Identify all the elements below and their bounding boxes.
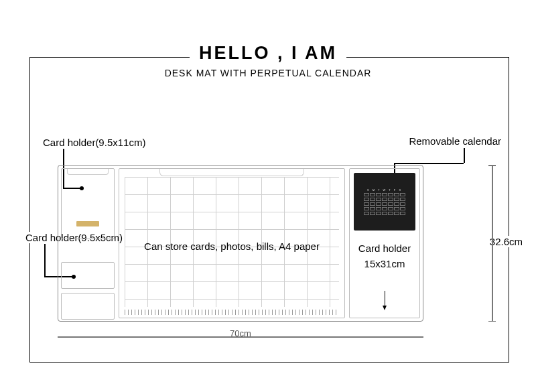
right-card-holder-line1: Card holder	[350, 241, 419, 257]
center-note: Can store cards, photos, bills, A4 paper	[119, 241, 344, 252]
product-title: HELLO , I AM	[190, 43, 346, 64]
desk-mat-outline: Can store cards, photos, bills, A4 paper…	[58, 165, 423, 322]
product-subtitle: DESK MAT WITH PERPETUAL CALENDAR	[0, 68, 536, 78]
perpetual-calendar: S M T W T F S	[354, 173, 415, 231]
right-card-holder-line2: 15x31cm	[350, 257, 419, 272]
card-holder-9-5x5-b	[61, 293, 115, 320]
center-writing-area: Can store cards, photos, bills, A4 paper	[119, 168, 345, 318]
label-removable-calendar: Removable calendar	[406, 135, 504, 147]
left-card-column	[61, 168, 115, 318]
ruler-strip	[125, 310, 339, 315]
card-holder-9-5x11	[61, 168, 115, 239]
right-card-holder-label: Card holder 15x31cm	[350, 241, 419, 271]
calendar-day-header: S M T W T F S	[367, 188, 402, 192]
width-value: 70cm	[58, 328, 423, 338]
height-dimension-bar	[486, 165, 500, 322]
right-card-column: S M T W T F S Card holder 15x31cm	[349, 168, 420, 318]
width-dimension: 70cm	[58, 331, 423, 344]
card-holder-9-5x5-a	[61, 262, 115, 289]
headline: HELLO , I AM DESK MAT WITH PERPETUAL CAL…	[0, 43, 536, 78]
label-card-holder-top: Card holder(9.5x11cm)	[40, 137, 148, 148]
